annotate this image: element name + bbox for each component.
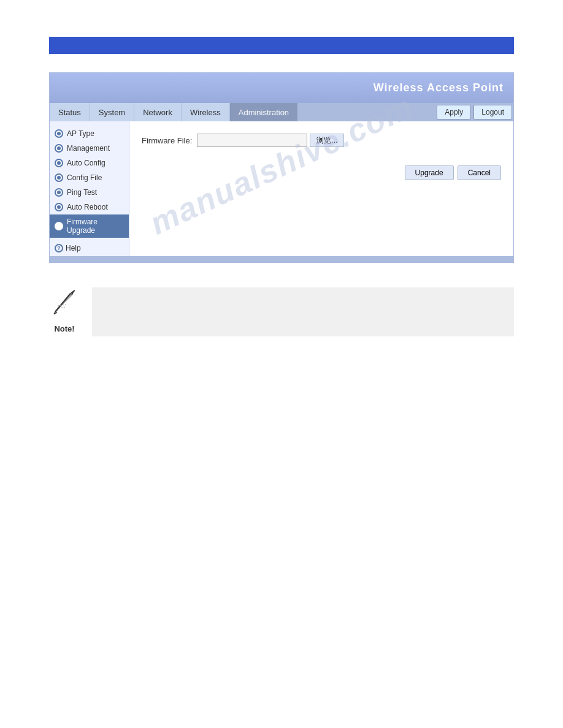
ap-type-icon	[55, 129, 63, 138]
sidebar-item-auto-reboot[interactable]: Auto Reboot	[50, 200, 129, 214]
note-section: Note!	[49, 287, 514, 336]
apply-button[interactable]: Apply	[437, 105, 471, 119]
firmware-upgrade-icon	[55, 222, 63, 230]
auto-config-icon	[55, 159, 63, 167]
panel-title: Wireless Access Point	[373, 82, 504, 94]
note-icon-area: Note!	[49, 287, 80, 333]
sidebar-help[interactable]: ? Help	[50, 240, 129, 256]
tab-network[interactable]: Network	[134, 103, 182, 121]
note-box	[92, 287, 514, 336]
panel-header: Wireless Access Point	[50, 73, 513, 103]
logout-button[interactable]: Logout	[473, 105, 512, 119]
top-bar	[49, 37, 514, 54]
content-area: AP Type Management Auto Config	[50, 121, 513, 256]
main-panel: Wireless Access Point Status System Netw…	[49, 72, 514, 257]
upgrade-button[interactable]: Upgrade	[405, 165, 454, 180]
firmware-file-label: Firmware File:	[142, 136, 192, 145]
auto-reboot-icon	[55, 203, 63, 211]
sidebar-item-ap-type[interactable]: AP Type	[50, 126, 129, 141]
config-file-icon	[55, 173, 63, 182]
firmware-file-input[interactable]	[197, 134, 307, 147]
tab-status[interactable]: Status	[50, 103, 90, 121]
management-icon	[55, 144, 63, 153]
tab-system[interactable]: System	[90, 103, 134, 121]
sidebar-item-ping-test[interactable]: Ping Test	[50, 185, 129, 200]
sidebar-item-management[interactable]: Management	[50, 141, 129, 156]
svg-marker-3	[55, 294, 72, 312]
firmware-content: Firmware File: 浏览... Upgrade Cancel	[129, 121, 513, 256]
action-buttons: Upgrade Cancel	[142, 159, 501, 186]
firmware-file-row: Firmware File: 浏览...	[142, 134, 501, 147]
sidebar-item-config-file[interactable]: Config File	[50, 170, 129, 185]
tab-wireless[interactable]: Wireless	[182, 103, 230, 121]
bottom-bar	[49, 257, 514, 263]
tab-administration[interactable]: Administration	[230, 103, 298, 121]
sidebar: AP Type Management Auto Config	[50, 121, 129, 256]
help-icon: ?	[55, 244, 63, 252]
sidebar-item-firmware-upgrade[interactable]: Firmware Upgrade	[50, 214, 129, 238]
note-pencil-icon	[49, 287, 80, 322]
sidebar-item-auto-config[interactable]: Auto Config	[50, 156, 129, 170]
cancel-button[interactable]: Cancel	[458, 165, 501, 180]
note-label: Note!	[54, 324, 74, 333]
browse-button[interactable]: 浏览...	[310, 134, 344, 147]
main-container: manualshive.com Wireless Access Point St…	[49, 72, 514, 257]
svg-line-4	[72, 291, 74, 295]
nav-bar: Status System Network Wireless Administr…	[50, 103, 513, 121]
ping-test-icon	[55, 188, 63, 197]
